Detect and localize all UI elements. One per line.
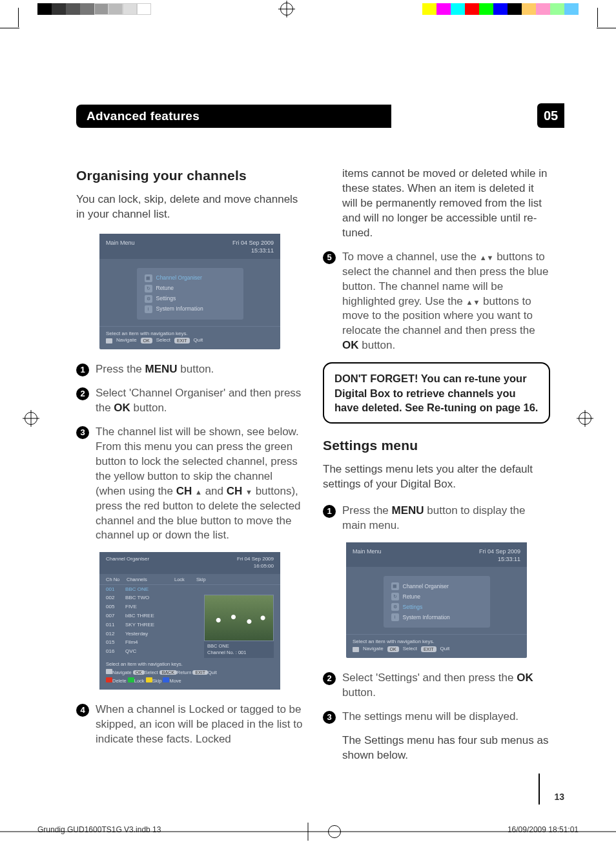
print-marks-top bbox=[0, 3, 616, 15]
retune-icon: ↻ bbox=[391, 593, 399, 600]
up-arrow-icon: ▲ bbox=[195, 487, 202, 497]
step4-continued: items cannot be moved or deleted while i… bbox=[323, 167, 550, 241]
tv-date: Fri 04 Sep 2009 bbox=[232, 240, 274, 246]
tv-title: Main Menu bbox=[106, 239, 135, 254]
page-number: 13 bbox=[554, 792, 564, 802]
tv-title: Channel Organiser bbox=[106, 556, 149, 570]
settings-step-2: 2 Select 'Settings' and then press the O… bbox=[323, 671, 550, 701]
menu-item: ⚙Settings bbox=[145, 294, 236, 304]
menu-item: iSystem Information bbox=[145, 304, 236, 314]
menu-item: ▦Channel Organiser bbox=[145, 273, 236, 283]
info-icon: i bbox=[391, 613, 399, 621]
channel-organiser-screenshot: Channel Organiser Fri 04 Sep 200916:05:0… bbox=[99, 552, 280, 690]
chapter-badge: 05 bbox=[537, 103, 564, 128]
info-icon: i bbox=[145, 305, 152, 313]
main-menu-screenshot: Main Menu Fri 04 Sep 200915:33:11 ▦Chann… bbox=[99, 234, 280, 349]
grid-icon: ▦ bbox=[145, 274, 152, 282]
updown-arrow-icon: ▲▼ bbox=[466, 298, 480, 307]
gear-icon: ⚙ bbox=[391, 603, 399, 611]
color-bar-right bbox=[422, 3, 579, 15]
step-4: 4 When a channel is Locked or tagged to … bbox=[76, 702, 303, 747]
settings-intro: The settings menu lets you alter the def… bbox=[323, 462, 550, 492]
step-number-icon: 5 bbox=[323, 251, 336, 264]
step-number-icon: 4 bbox=[76, 704, 89, 717]
channel-preview-image bbox=[204, 595, 274, 641]
print-footer: Grundig GUD1600TS1G V3.indb 13 16/09/200… bbox=[0, 825, 616, 838]
dont-forget-callout: DON'T FORGET! You can re-tune your Digit… bbox=[323, 362, 550, 424]
step-2: 2 Select 'Channel Organiser' and then pr… bbox=[76, 386, 303, 416]
step-number-icon: 3 bbox=[323, 711, 336, 724]
step-number-icon: 2 bbox=[76, 387, 89, 400]
tv-time: 15:33:11 bbox=[251, 247, 274, 254]
green-key-icon bbox=[128, 677, 134, 682]
exit-key-icon: EXIT bbox=[174, 338, 190, 343]
red-key-icon bbox=[106, 677, 112, 682]
page-content: Advanced features 05 Organising your cha… bbox=[76, 105, 564, 763]
organising-title: Organising your channels bbox=[76, 167, 303, 185]
updown-arrow-icon: ▲▼ bbox=[480, 253, 494, 263]
tv-title: Main Menu bbox=[353, 548, 382, 563]
nav-key-icon bbox=[106, 669, 112, 674]
menu-item: ▦Channel Organiser bbox=[391, 581, 482, 591]
step-number-icon: 1 bbox=[323, 505, 336, 518]
step-number-icon: 2 bbox=[323, 672, 336, 685]
menu-item: iSystem Information bbox=[391, 612, 482, 622]
page-num-rule bbox=[539, 774, 540, 805]
menu-item: ↻Retune bbox=[145, 283, 236, 294]
ok-key-icon: OK bbox=[141, 338, 152, 343]
tv-hint: Select an item with navigation keys. bbox=[106, 331, 274, 338]
step-3: 3 The channel list will be shown, see be… bbox=[76, 425, 303, 544]
settings-step-1: 1 Press the MENU button to display the m… bbox=[323, 504, 550, 533]
organising-intro: You can lock, skip, delete and move chan… bbox=[76, 192, 303, 222]
menu-item: ↻Retune bbox=[391, 591, 482, 602]
registration-mark-icon bbox=[25, 412, 37, 425]
right-column: items cannot be moved or deleted while i… bbox=[323, 167, 550, 763]
color-bar-left bbox=[37, 3, 151, 15]
step-5: 5 To move a channel, use the ▲▼ buttons … bbox=[323, 250, 550, 354]
main-menu-settings-screenshot: Main Menu Fri 04 Sep 200915:33:11 ▦Chann… bbox=[346, 542, 527, 658]
registration-mark-icon bbox=[280, 3, 293, 15]
settings-step-3: 3 The settings menu will be displayed. bbox=[323, 710, 550, 724]
step-number-icon: 3 bbox=[76, 426, 89, 439]
step-1: 1 Press the MENU button. bbox=[76, 362, 303, 377]
gear-icon: ⚙ bbox=[145, 295, 152, 303]
grid-icon: ▦ bbox=[391, 582, 399, 590]
step-number-icon: 1 bbox=[76, 364, 89, 376]
registration-mark-icon bbox=[579, 412, 591, 425]
registration-mark-icon bbox=[328, 825, 341, 838]
menu-item: ⚙Settings bbox=[391, 602, 482, 612]
retune-icon: ↻ bbox=[145, 285, 152, 292]
settings-note: The Settings menu has four sub menus as … bbox=[323, 733, 550, 763]
yellow-key-icon bbox=[146, 677, 152, 682]
settings-title: Settings menu bbox=[323, 436, 550, 455]
left-column: Organising your channels You can lock, s… bbox=[76, 167, 303, 763]
down-arrow-icon: ▼ bbox=[245, 487, 252, 497]
table-row: 001BBC ONE bbox=[106, 585, 274, 594]
nav-key-icon bbox=[106, 338, 112, 343]
section-header: Advanced features bbox=[76, 105, 391, 128]
blue-key-icon bbox=[163, 677, 169, 682]
nav-key-icon bbox=[353, 647, 359, 652]
